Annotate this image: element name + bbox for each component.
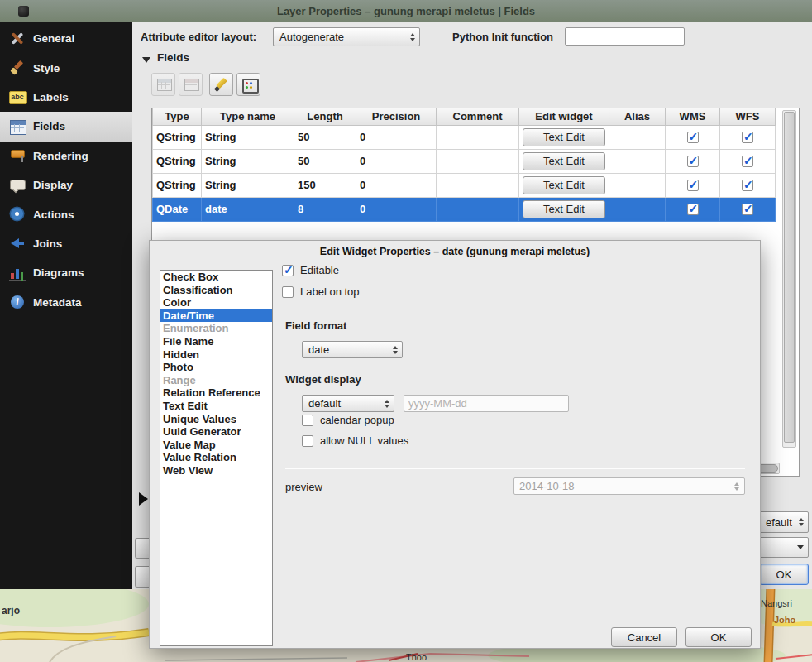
background-dropdown[interactable] bbox=[759, 537, 809, 558]
sidebar-item-label: Actions bbox=[33, 209, 74, 221]
text-edit-button[interactable]: Text Edit bbox=[523, 200, 605, 218]
cell-length: 8 bbox=[294, 197, 356, 221]
widget-type-item[interactable]: Photo bbox=[160, 361, 272, 374]
widget-type-list[interactable]: Check Box Classification Color Date/Time… bbox=[160, 270, 273, 646]
map-place-label: Nangsri bbox=[761, 598, 792, 608]
tools-icon bbox=[9, 31, 26, 47]
table-row[interactable]: QString String 50 0 Text Edit bbox=[153, 149, 776, 173]
field-calculator-icon bbox=[241, 76, 257, 93]
preview-label: preview bbox=[285, 481, 322, 493]
display-format-input[interactable] bbox=[404, 395, 569, 412]
calendar-popup-checkbox[interactable]: calendar popup bbox=[302, 414, 394, 426]
cancel-button[interactable]: Cancel bbox=[611, 627, 677, 647]
column-header[interactable]: WFS bbox=[720, 108, 776, 125]
widget-type-item[interactable]: Relation Reference bbox=[160, 386, 272, 400]
checkbox-box[interactable] bbox=[302, 415, 313, 426]
pencil-icon bbox=[213, 76, 230, 93]
widget-type-item[interactable]: Classification bbox=[160, 284, 272, 297]
field-format-select[interactable]: date bbox=[302, 341, 403, 358]
sidebar-item-diagrams[interactable]: Diagrams bbox=[0, 258, 132, 287]
checkbox-box[interactable] bbox=[282, 286, 294, 298]
new-column-button[interactable] bbox=[151, 73, 175, 96]
wfs-checkbox[interactable] bbox=[742, 204, 753, 215]
widget-type-item[interactable]: Value Map bbox=[160, 439, 272, 452]
widget-type-item[interactable]: Uuid Generator bbox=[160, 425, 272, 439]
widget-type-item[interactable]: Hidden bbox=[160, 348, 272, 362]
python-init-input[interactable] bbox=[565, 27, 685, 46]
cell-type-name: String bbox=[202, 149, 294, 173]
scrollbar-thumb[interactable] bbox=[784, 112, 795, 443]
label-on-top-checkbox[interactable]: Label on top bbox=[282, 285, 360, 298]
cell-comment bbox=[437, 173, 519, 197]
column-header[interactable]: Comment bbox=[437, 108, 519, 125]
widget-type-item[interactable]: Value Relation bbox=[160, 451, 272, 464]
text-edit-button[interactable]: Text Edit bbox=[523, 128, 605, 146]
checkbox-box[interactable] bbox=[282, 265, 294, 276]
sidebar-item-label: Fields bbox=[33, 120, 65, 132]
gear-icon bbox=[9, 206, 26, 223]
table-row-selected[interactable]: QDate date 8 0 Text Edit bbox=[153, 197, 776, 221]
wfs-checkbox[interactable] bbox=[742, 156, 753, 167]
sidebar-item-joins[interactable]: Joins bbox=[0, 229, 132, 258]
field-calculator-button[interactable] bbox=[236, 73, 260, 96]
column-header[interactable]: Edit widget bbox=[519, 108, 609, 125]
editable-checkbox[interactable]: Editable bbox=[282, 264, 339, 276]
widget-type-item[interactable]: Web View bbox=[160, 464, 272, 477]
window-titlebar[interactable]: Layer Properties – gunung merapi meletus… bbox=[0, 0, 812, 22]
wms-checkbox[interactable] bbox=[687, 180, 699, 191]
widget-type-item[interactable]: Unique Values bbox=[160, 413, 272, 426]
checkbox-box[interactable] bbox=[302, 435, 313, 447]
spinner-arrows-icon bbox=[385, 400, 389, 408]
collapse-arrow-icon[interactable] bbox=[142, 57, 150, 63]
checkbox-label: Editable bbox=[300, 264, 339, 276]
allow-null-checkbox[interactable]: allow NULL values bbox=[302, 434, 408, 447]
sidebar-item-style[interactable]: Style bbox=[0, 53, 132, 82]
wms-checkbox[interactable] bbox=[687, 156, 699, 167]
cell-alias bbox=[609, 125, 666, 149]
sidebar-item-fields[interactable]: Fields bbox=[0, 112, 132, 141]
partial-widget[interactable] bbox=[135, 538, 149, 559]
sidebar-item-actions[interactable]: Actions bbox=[0, 199, 132, 228]
column-header[interactable]: Type bbox=[153, 108, 202, 125]
screen: arjo Nangsri Joho Thoo Layer Properties … bbox=[0, 0, 812, 662]
toggle-editing-button[interactable] bbox=[209, 73, 233, 96]
widget-type-item[interactable]: Check Box bbox=[160, 271, 272, 284]
column-header[interactable]: Precision bbox=[356, 108, 437, 125]
delete-column-button[interactable] bbox=[179, 73, 203, 96]
sidebar-item-rendering[interactable]: Rendering bbox=[0, 142, 132, 170]
widget-type-item-selected[interactable]: Date/Time bbox=[160, 309, 272, 323]
vertical-scrollbar[interactable] bbox=[782, 110, 796, 448]
text-edit-button[interactable]: Text Edit bbox=[523, 176, 605, 194]
window-title: Layer Properties – gunung merapi meletus… bbox=[277, 5, 535, 17]
partial-widget[interactable] bbox=[135, 566, 149, 588]
table-row[interactable]: QString String 150 0 Text Edit bbox=[153, 173, 776, 197]
expand-arrow-icon[interactable] bbox=[139, 492, 148, 506]
wms-checkbox[interactable] bbox=[687, 204, 699, 215]
sidebar-item-labels[interactable]: Labels bbox=[0, 83, 132, 112]
column-header[interactable]: Type name bbox=[202, 108, 294, 125]
text-edit-button[interactable]: Text Edit bbox=[523, 152, 605, 170]
ok-button[interactable]: OK bbox=[685, 627, 752, 647]
wfs-checkbox[interactable] bbox=[742, 180, 753, 191]
wms-checkbox[interactable] bbox=[687, 132, 699, 143]
column-header[interactable]: Length bbox=[294, 108, 356, 125]
column-header[interactable]: WMS bbox=[666, 108, 720, 125]
display-style-select[interactable]: default bbox=[302, 395, 394, 412]
column-header[interactable]: Alias bbox=[609, 108, 666, 125]
sidebar-item-metadata[interactable]: Metadata bbox=[0, 288, 132, 317]
sidebar-item-label: Style bbox=[33, 62, 60, 74]
sidebar-item-general[interactable]: General bbox=[0, 24, 132, 53]
fields-table: Type Type name Length Precision Comment … bbox=[152, 108, 776, 222]
sidebar-item-label: Diagrams bbox=[33, 266, 84, 279]
widget-type-item[interactable]: File Name bbox=[160, 335, 272, 348]
widget-type-item[interactable]: Color bbox=[160, 296, 272, 309]
widget-type-item[interactable]: Text Edit bbox=[160, 400, 272, 413]
layer-properties-ok-button[interactable]: OK bbox=[759, 564, 809, 585]
table-row[interactable]: QString String 50 0 Text Edit bbox=[153, 125, 776, 149]
cell-type: QString bbox=[153, 149, 202, 173]
wfs-checkbox[interactable] bbox=[742, 132, 753, 143]
sidebar-item-display[interactable]: Display bbox=[0, 170, 132, 199]
attribute-editor-layout-select[interactable]: Autogenerate bbox=[273, 27, 420, 46]
info-icon bbox=[9, 294, 26, 310]
style-default-select[interactable]: efault bbox=[759, 511, 809, 533]
